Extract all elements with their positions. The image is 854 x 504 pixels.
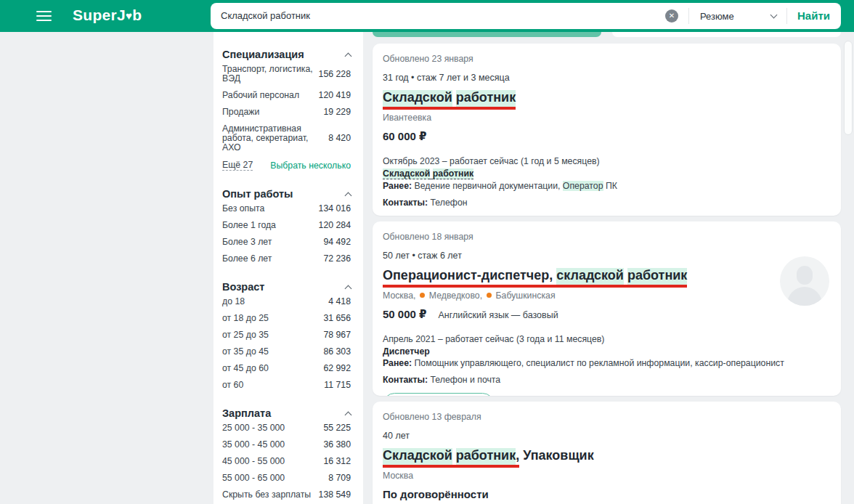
resume-card: Обновлено 18 января 50 лет • стаж 6 лет … (373, 221, 841, 396)
search-category-value: Резюме (700, 11, 734, 22)
current-position: Диспетчер (383, 346, 826, 357)
filter-item[interactable]: Более 3 лет94 492 (222, 234, 351, 251)
partial-card-strip (612, 32, 841, 37)
earlier-positions: Ранее: Ведение первичной документации, О… (383, 181, 826, 191)
filter-item[interactable]: Транспорт, логистика, ВЭД156 228 (222, 61, 351, 87)
show-more-link[interactable]: Ещё 27 (222, 160, 253, 171)
filter-item[interactable]: от 6011 715 (222, 377, 351, 394)
filters-sidebar: Специализация Транспорт, логистика, ВЭД1… (214, 32, 363, 504)
brand-logo[interactable]: SuperJ♥b (73, 7, 142, 24)
chevron-up-icon (345, 411, 352, 418)
filter-item[interactable]: от 25 до 3578 967 (222, 327, 351, 344)
filter-item[interactable]: Более 6 лет72 236 (222, 251, 351, 267)
select-multiple-link[interactable]: Выбрать несколько (270, 160, 351, 171)
chevron-up-icon (345, 52, 352, 60)
contacts-line: Контакты: Телефон (383, 198, 826, 208)
filter-item[interactable]: от 45 до 6062 992 (222, 360, 351, 377)
filter-item[interactable]: 35 000 - 45 00036 380 (222, 436, 351, 453)
chevron-up-icon (345, 285, 352, 292)
filter-section-experience: Опыт работы Без опыта134 016 Более 1 год… (222, 174, 351, 267)
section-header-salary[interactable]: Зарплата (222, 407, 351, 420)
resume-title-link[interactable]: Складской работник (383, 89, 516, 106)
updated-date: Обновлено 13 февраля (383, 402, 826, 422)
salary: 60 000 ₽ (383, 130, 826, 143)
scrollbar-track (842, 32, 854, 504)
location: Ивантеевка (383, 113, 826, 123)
filter-item[interactable]: до 184 418 (222, 293, 351, 310)
filter-item[interactable]: 25 000 - 35 00055 225 (222, 420, 351, 436)
filter-item[interactable]: 55 000 - 65 0008 709 (222, 470, 351, 487)
search-bar: Складской работник ✕ Резюме Найти (211, 3, 841, 29)
card-actions: Показать контакты ☆ (383, 393, 826, 396)
metro-dot-icon (420, 293, 425, 298)
filter-item[interactable]: Рабочий персонал120 419 (222, 87, 351, 104)
work-period: Апрель 2021 – работает сейчас (3 года и … (383, 334, 826, 344)
language-note: Английский язык — базовый (438, 310, 558, 320)
scrollbar-thumb[interactable] (844, 41, 853, 135)
resume-card: Обновлено 13 февраля 40 лет Складской ра… (373, 402, 841, 504)
close-icon: ✕ (669, 12, 675, 20)
filter-item[interactable]: Более 1 года120 284 (222, 217, 351, 234)
clear-search-button[interactable]: ✕ (665, 9, 678, 23)
location: Москва (383, 471, 826, 481)
updated-date: Обновлено 18 января (383, 221, 826, 242)
logo-text-prefix: SuperJ (73, 7, 126, 23)
specialization-footer: Ещё 27 Выбрать несколько (222, 156, 351, 174)
show-contacts-button[interactable]: Показать контакты (383, 393, 495, 396)
filter-item[interactable]: Скрыть без зарплаты138 549 (222, 487, 351, 503)
filter-item[interactable]: от 18 до 2531 656 (222, 310, 351, 327)
resume-title-link[interactable]: Операционист-диспетчер, складской работн… (383, 267, 687, 284)
logo-text-suffix: b (132, 7, 142, 23)
age-experience: 31 год • стаж 7 лет и 3 месяца (383, 73, 826, 83)
search-submit-button[interactable]: Найти (786, 3, 841, 29)
search-category-select[interactable]: Резюме (688, 3, 786, 29)
age-experience: 50 лет • стаж 6 лет (383, 251, 826, 261)
filter-section-age: Возраст до 184 418 от 18 до 2531 656 от … (222, 267, 351, 394)
avatar (780, 256, 829, 306)
contacts-line: Контакты: Телефон и почта (383, 375, 826, 385)
app-header: SuperJ♥b Складской работник ✕ Резюме Най… (0, 0, 854, 32)
filter-item[interactable]: Административная работа, секретариат, АХ… (222, 121, 351, 156)
section-header-specialization[interactable]: Специализация (222, 48, 351, 61)
earlier-positions: Ранее: Помощник управляющего, специалист… (383, 358, 826, 368)
partial-banner-strip (373, 32, 601, 37)
section-header-experience[interactable]: Опыт работы (222, 187, 351, 200)
metro-dot-icon (487, 293, 492, 298)
filter-section-specialization: Специализация Транспорт, логистика, ВЭД1… (222, 32, 351, 174)
work-period: Октябрь 2023 – работает сейчас (1 год и … (383, 156, 826, 166)
search-input[interactable]: Складской работник (221, 10, 310, 21)
filter-item[interactable]: Без опыта134 016 (222, 200, 351, 217)
salary: 50 000 ₽Английский язык — базовый (383, 308, 826, 321)
age-experience: 40 лет (383, 431, 826, 441)
filter-section-salary: Зарплата 25 000 - 35 00055 225 35 000 - … (222, 394, 351, 503)
chevron-down-icon (770, 12, 778, 19)
location: Москва, Медведково, Бабушкинская (383, 290, 826, 301)
menu-icon[interactable] (36, 11, 52, 21)
current-position-link[interactable]: Складской работник (383, 168, 473, 179)
filter-item[interactable]: 45 000 - 55 00016 312 (222, 453, 351, 470)
chevron-up-icon (345, 192, 352, 199)
resume-card: Обновлено 23 января 31 год • стаж 7 лет … (373, 44, 841, 216)
filter-item[interactable]: от 35 до 4586 303 (222, 344, 351, 360)
heart-icon: ♥ (126, 9, 132, 22)
salary: По договорённости (383, 488, 826, 500)
filter-item[interactable]: Продажи19 229 (222, 104, 351, 121)
section-header-age[interactable]: Возраст (222, 280, 351, 293)
updated-date: Обновлено 23 января (383, 44, 826, 64)
resume-title-link[interactable]: Складской работник, Упаковщик (383, 447, 594, 464)
